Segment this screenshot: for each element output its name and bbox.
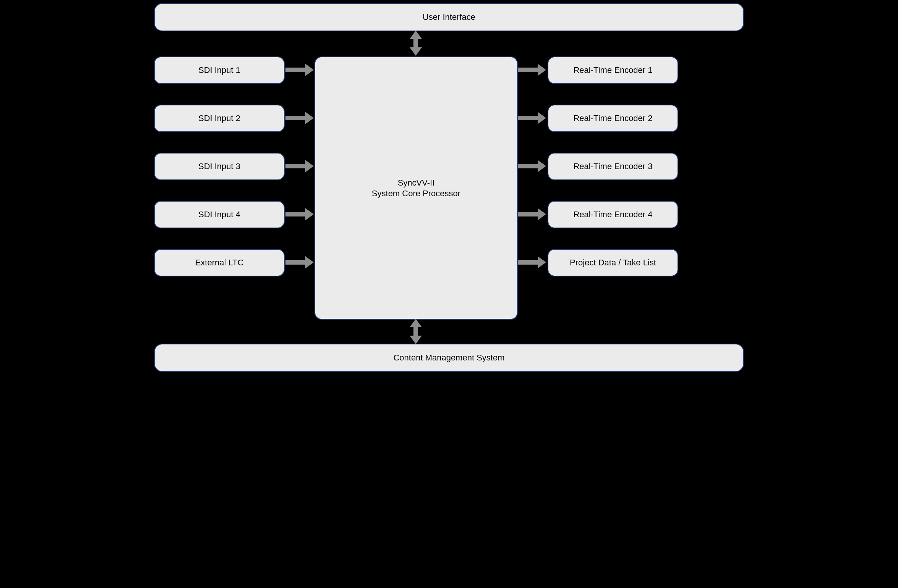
core-line2: System Core Processor xyxy=(372,189,460,198)
arrow-right-icon xyxy=(518,256,546,269)
sdi-input-1-box: SDI Input 1 xyxy=(154,57,285,84)
encoder-3-box: Real-Time Encoder 3 xyxy=(548,153,678,180)
box-label: Real-Time Encoder 2 xyxy=(573,113,652,124)
encoder-2-box: Real-Time Encoder 2 xyxy=(548,105,678,132)
content-management-box: Content Management System xyxy=(154,344,744,372)
core-line1: SyncVV-II xyxy=(398,178,435,187)
external-ltc-box: External LTC xyxy=(154,249,285,276)
box-label: Real-Time Encoder 3 xyxy=(573,161,652,172)
diagram-canvas: User Interface SyncVV-II System Core Pro… xyxy=(149,0,749,393)
encoder-1-box: Real-Time Encoder 1 xyxy=(548,57,678,84)
arrow-right-icon xyxy=(285,63,314,76)
box-label: Real-Time Encoder 1 xyxy=(573,65,652,76)
box-label: External LTC xyxy=(195,257,244,268)
box-label: SDI Input 2 xyxy=(198,113,240,124)
user-interface-label: User Interface xyxy=(423,12,475,23)
encoder-4-box: Real-Time Encoder 4 xyxy=(548,201,678,228)
box-label: Project Data / Take List xyxy=(570,257,656,268)
sdi-input-2-box: SDI Input 2 xyxy=(154,105,285,132)
arrow-right-icon xyxy=(285,256,314,269)
core-processor-box: SyncVV-II System Core Processor xyxy=(314,57,518,320)
arrow-right-icon xyxy=(285,160,314,173)
arrow-right-icon xyxy=(285,208,314,221)
user-interface-box: User Interface xyxy=(154,3,744,31)
arrow-right-icon xyxy=(518,208,546,221)
arrow-right-icon xyxy=(518,160,546,173)
box-label: SDI Input 3 xyxy=(198,161,240,172)
project-data-box: Project Data / Take List xyxy=(548,249,678,276)
bidir-arrow-icon xyxy=(409,319,422,344)
arrow-right-icon xyxy=(518,63,546,76)
content-management-label: Content Management System xyxy=(393,352,504,363)
sdi-input-3-box: SDI Input 3 xyxy=(154,153,285,180)
box-label: Real-Time Encoder 4 xyxy=(573,209,652,220)
bidir-arrow-icon xyxy=(409,31,422,56)
arrow-right-icon xyxy=(285,111,314,124)
sdi-input-4-box: SDI Input 4 xyxy=(154,201,285,228)
box-label: SDI Input 1 xyxy=(198,65,240,76)
arrow-right-icon xyxy=(518,111,546,124)
box-label: SDI Input 4 xyxy=(198,209,240,220)
